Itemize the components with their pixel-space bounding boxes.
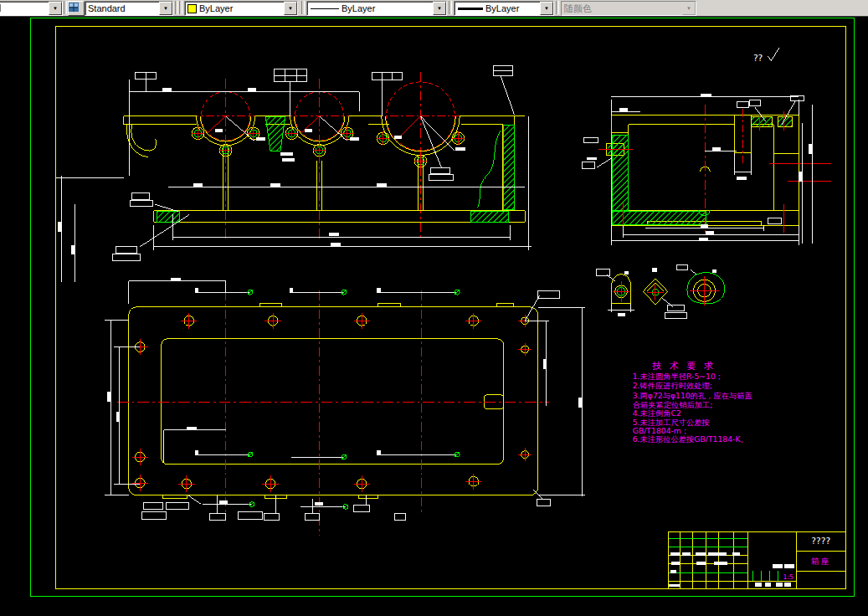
tech-req-line: GB/T1804-m； [633,426,689,435]
text-style-value: Standard [85,3,159,13]
linetype-combo[interactable]: ByLayer ▼ [306,1,447,16]
tech-req-line: 2.铸件应进行时效处理; [633,381,712,390]
text-style-arrow[interactable]: ▼ [159,2,172,15]
tech-req-line: 6.未注形位公差按GB/T1184-K。 [633,434,748,444]
lineweight-value: ByLayer [483,3,540,13]
color-value: ByLayer [197,3,284,13]
detail-b [643,268,686,318]
toolbar-separator [301,1,305,14]
tech-requirements: 技 术 要 求 1.未注圆角半径R-5~10； 2.铸件应进行时效处理; 3.两… [633,361,752,444]
text-style-icon [69,2,80,13]
toolbar-separator [449,1,452,14]
tech-req-line: 1.未注圆角半径R-5~10； [633,372,723,381]
plot-style-value: 随颜色 [562,3,682,15]
plan-view-dimensions [105,281,585,520]
drawing-scale: 1:5 [783,573,794,581]
roughness-check-icon [768,48,779,61]
color-combo[interactable]: ByLayer ▼ [184,1,298,16]
title-block: ???? 箱座 1:5 [669,532,846,589]
detail-a [597,270,634,316]
toolbar-separator [175,1,178,14]
linetype-arrow[interactable]: ▼ [433,2,446,15]
tech-req-title: 技 术 要 求 [651,361,716,372]
roughness-text: ?? [753,53,763,64]
color-arrow[interactable]: ▼ [284,2,297,15]
front-view [56,65,532,281]
title-block-entries [669,552,794,587]
front-view-dim-text [58,88,465,255]
lineweight-arrow[interactable]: ▼ [540,2,553,15]
toolbar-separator [556,1,559,14]
toolbar-separator [179,1,182,14]
cad-window: ▼ Standard ▼ ByLayer ▼ ByLayer ▼ [0,0,868,616]
surface-roughness-note: ?? [753,48,779,64]
detail-views [597,264,725,318]
title-block-placeholder: ???? [811,536,830,547]
plan-view-dim-text [107,278,582,506]
toolbar-separator [64,1,67,14]
plan-view [105,278,585,536]
part-name: 箱座 [811,557,830,566]
text-style-button[interactable] [68,1,85,16]
toolbar: ▼ Standard ▼ ByLayer ▼ ByLayer ▼ [0,0,868,17]
plot-style-combo: 随颜色 ▼ [561,1,696,16]
text-style-combo[interactable]: Standard ▼ [85,1,173,16]
layer-combo[interactable]: ▼ [0,1,63,16]
lineweight-combo[interactable]: ByLayer ▼ [454,1,554,16]
drawing-canvas[interactable]: ?? [0,16,868,616]
linetype-glyph [311,8,339,9]
plot-style-arrow: ▼ [682,2,696,15]
linetype-value: ByLayer [339,3,433,13]
layer-lock-icon [0,4,1,12]
tech-req-line: 4.未注倒角C2 [633,408,681,418]
layer-state-icons [0,3,49,13]
layer-combo-arrow[interactable]: ▼ [49,2,62,15]
tech-req-line: 3.两φ72与φ110的孔，应在与箱盖 [633,391,752,400]
lineweight-glyph [458,8,483,10]
tech-req-line: 合箱夹紧定位销后加工; [633,400,713,409]
front-view-dimensions [56,65,532,281]
side-view [582,94,831,245]
color-swatch [187,4,197,13]
detail-c [676,264,725,305]
